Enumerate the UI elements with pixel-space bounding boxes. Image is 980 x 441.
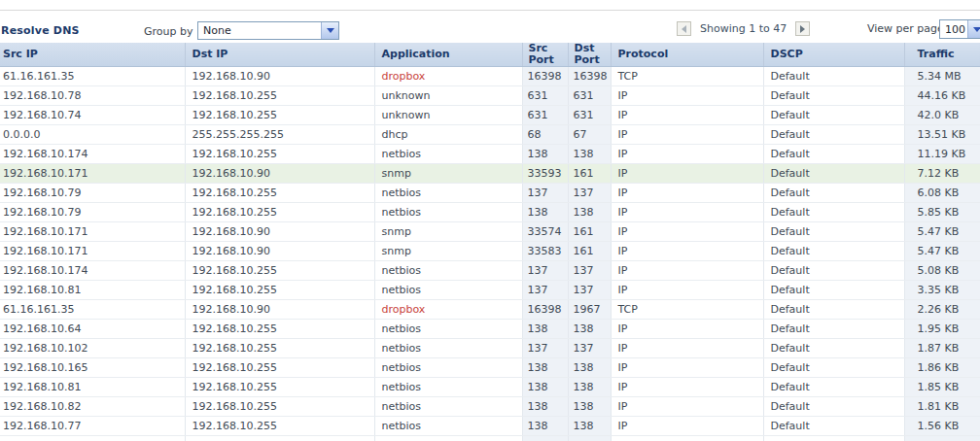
cell-dst-ip: 192.168.10.255 [185,417,374,436]
cell-traffic: 5.08 KB [904,261,980,281]
cell-dst-port: 137 [568,281,611,300]
table-row[interactable]: 192.168.10.174192.168.10.255netbios13813… [0,145,980,164]
cell-traffic: 6.08 KB [904,184,980,203]
next-page-button[interactable] [795,21,810,36]
column-header-application[interactable]: Application [374,43,522,67]
cell-dst-ip [185,436,374,441]
cell-src-ip: 192.168.10.81 [0,378,185,397]
cell-traffic: 1.56 KB [904,417,980,436]
cell-dst-port: 631 [568,106,611,125]
table-row[interactable]: 192.168.10.79192.168.10.255netbios137137… [0,184,980,203]
table-row[interactable]: 192.168.10.82192.168.10.255netbios138138… [0,397,980,417]
showing-range-text: Showing 1 to 47 [700,22,787,35]
cell-src-port: 138 [522,320,568,339]
group-by-value: None [198,24,231,37]
column-header-dscp[interactable]: DSCP [763,43,904,67]
cell-src-port: 138 [522,397,568,417]
cell-src-port: 631 [522,86,568,106]
cell-protocol: IP [611,339,763,358]
column-header-traffic[interactable]: Traffic [904,43,980,67]
cell-dst-ip: 192.168.10.255 [185,261,374,281]
cell-traffic: 5.34 MB [904,67,980,86]
cell-dst-port: 138 [568,378,611,397]
cell-src-port: 138 [522,145,568,164]
column-header-src-port[interactable]: Src Port [522,43,568,67]
cell-src-port: 33593 [522,164,568,184]
cell-src-port: 137 [522,184,568,203]
cell-dst-port: 161 [568,164,611,184]
appflow-monitor-screen: Resolve DNS Group by None Showing 1 to 4… [0,0,980,441]
cell-dst-port: 161 [568,242,611,261]
cell-dst-ip: 192.168.10.255 [185,320,374,339]
table-row[interactable]: 0.0.0.0255.255.255.255dhcp6867IPDefault1… [0,125,980,145]
cell-dscp: Default [763,281,904,300]
cell-traffic: 1.87 KB [904,339,980,358]
cell-dst-ip: 255.255.255.255 [185,125,374,145]
cell-dscp: Default [763,222,904,242]
cell-traffic: 44.16 KB [904,86,980,106]
cell-application: netbios [374,184,522,203]
table-row[interactable]: 192.168.10.171192.168.10.90snmp33574161I… [0,222,980,242]
cell-dst-ip: 192.168.10.90 [185,300,374,320]
cell-dscp: Default [763,125,904,145]
column-header-protocol[interactable]: Protocol [611,43,763,67]
cell-traffic: 5.47 KB [904,222,980,242]
column-header-dst-ip[interactable]: Dst IP [185,43,374,67]
chevron-down-icon[interactable] [967,20,980,38]
table-row[interactable]: 192.168.10.81192.168.10.255netbios138138… [0,378,980,397]
table-row[interactable]: 192.168.10.102192.168.10.255netbios13713… [0,339,980,358]
cell-dscp: Default [763,417,904,436]
group-by-select[interactable]: None [197,21,339,40]
cell-src-ip: 0.0.0.0 [0,125,185,145]
cell-protocol [611,436,763,441]
cell-application: snmp [374,164,522,184]
table-row[interactable]: 192.168.10.79192.168.10.255netbios138138… [0,203,980,222]
table-row[interactable]: 61.16.161.35192.168.10.90dropbox16398196… [0,300,980,320]
cell-traffic: 5.47 KB [904,242,980,261]
cell-protocol: IP [611,106,763,125]
cell-dst-port: 161 [568,222,611,242]
cell-dst-port: 137 [568,339,611,358]
cell-src-port: 138 [522,358,568,378]
cell-src-ip: 192.168.10.82 [0,397,185,417]
cell-src-ip: 192.168.10.79 [0,203,185,222]
cell-dscp: Default [763,397,904,417]
cell-dscp: Default [763,86,904,106]
cell-application: netbios [374,397,522,417]
application-name: snmp [382,167,411,180]
view-per-page-select[interactable]: 100 [939,19,980,39]
table-row[interactable]: 192.168.10.77192.168.10.255netbios138138… [0,417,980,436]
table-row[interactable]: 192.168.10.81192.168.10.255netbios137137… [0,281,980,300]
table-row[interactable]: 192.168.10.78192.168.10.255unknown631631… [0,86,980,106]
resolve-dns-button[interactable]: Resolve DNS [1,24,80,37]
cell-protocol: IP [611,125,763,145]
cell-dst-ip: 192.168.10.255 [185,339,374,358]
cell-application: netbios [374,378,522,397]
column-header-src-ip[interactable]: Src IP [0,43,185,67]
table-row[interactable]: 192.168.10.174192.168.10.255netbios13713… [0,261,980,281]
chevron-down-icon[interactable] [321,22,338,39]
cell-src-port: 137 [522,261,568,281]
cell-dst-port: 138 [568,358,611,378]
table-row[interactable]: 192.168.10.74192.168.10.255unknown631631… [0,106,980,125]
cell-traffic [904,436,980,441]
table-row[interactable]: 192.168.10.165192.168.10.255netbios13813… [0,358,980,378]
cell-dscp [763,436,904,441]
prev-page-button[interactable] [677,21,691,36]
cell-dscp: Default [763,184,904,203]
cell-src-port: 138 [522,417,568,436]
column-header-dst-port[interactable]: Dst Port [568,43,611,67]
cell-dscp: Default [763,378,904,397]
table-row[interactable]: 61.16.161.35192.168.10.90dropbox16398163… [0,67,980,86]
cell-src-port: 138 [522,203,568,222]
view-per-page-label: View per page [867,22,944,35]
cell-protocol: IP [611,164,763,184]
cell-protocol: IP [611,261,763,281]
table-row[interactable]: 192.168.10.171192.168.10.90snmp33583161I… [0,242,980,261]
cell-dst-port: 16398 [568,67,611,86]
table-row[interactable]: 192.168.10.171192.168.10.90snmp33593161I… [0,164,980,184]
cell-src-port: 138 [522,378,568,397]
view-per-page-value: 100 [940,23,965,36]
cell-traffic: 1.86 KB [904,358,980,378]
table-row[interactable]: 192.168.10.64192.168.10.255netbios138138… [0,320,980,339]
